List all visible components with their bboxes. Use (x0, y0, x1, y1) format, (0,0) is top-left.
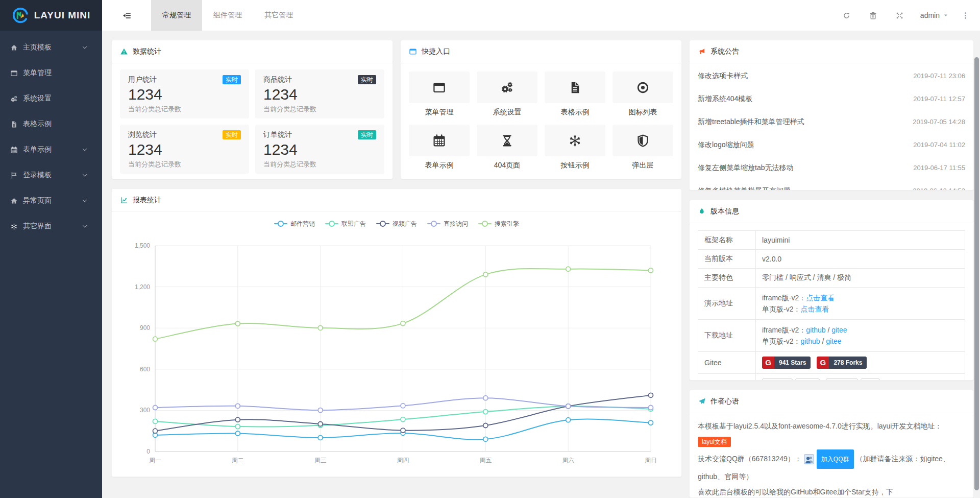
sidebar-item-表单示例[interactable]: 表单示例 (0, 137, 102, 162)
value-line: 单页版-v2：点击查看 (762, 303, 959, 315)
legend-item-邮件营销[interactable]: 邮件营销 (274, 220, 315, 228)
sidebar-item-表格示例[interactable]: 表格示例 (0, 111, 102, 137)
version-table: 框架名称layuimini当前版本v2.0.0主要特色零门槛 / 响应式 / 清… (698, 230, 965, 381)
version-row-label: 下载地址 (698, 319, 756, 351)
version-row-Gitee: GiteeG941 StarsG278 Forks (698, 351, 965, 373)
sidebar-item-异常页面[interactable]: 异常页面 (0, 188, 102, 214)
gitee-badge-278 Forks[interactable]: G278 Forks (817, 357, 867, 369)
legend-item-联盟广告[interactable]: 联盟广告 (325, 220, 366, 228)
stat-card-top: 用户统计实时 (128, 75, 241, 84)
github-Star-count[interactable]: 1,419 (795, 378, 820, 381)
quick-entry-label: 弹出层 (612, 160, 673, 170)
svg-text:周日: 周日 (645, 457, 657, 464)
value-line: iframe版-v2：点击查看 (762, 292, 959, 303)
notice-date: 2019-07-11 23:06 (913, 72, 965, 80)
svg-text:1,200: 1,200 (135, 283, 150, 291)
github-Fork-button[interactable]: Fork (826, 378, 858, 381)
version-table-wrap: 框架名称layuimini当前版本v2.0.0主要特色零门槛 / 响应式 / 清… (690, 223, 973, 381)
collapse-menu-icon[interactable] (102, 0, 151, 31)
sidebar-item-系统设置[interactable]: 系统设置 (0, 86, 102, 111)
gitee-logo: G (762, 357, 774, 369)
join-qq-badge[interactable]: 加入QQ群 (817, 449, 854, 469)
quick-entry-系统设置[interactable]: 系统设置 (477, 72, 537, 116)
legend-item-直接访问[interactable]: 直接访问 (427, 220, 468, 228)
quick-entry-404页面[interactable]: 404页面 (477, 125, 537, 170)
scrollbar-thumb[interactable] (974, 57, 979, 490)
legend-item-搜索引擎[interactable]: 搜索引擎 (478, 220, 519, 228)
notice-date: 2019-07-04 11:02 (913, 141, 965, 149)
stat-value: 1234 (263, 141, 376, 158)
notice-text: 修复左侧菜单缩放tab无法移动 (698, 163, 793, 173)
version-row-value: Star1,419Fork440 (756, 373, 965, 381)
github-Star-button[interactable]: Star (762, 378, 793, 381)
legend-ring (482, 221, 488, 227)
stat-card-top: 浏览统计实时 (128, 130, 241, 139)
link-gitee[interactable]: gitee (826, 337, 841, 345)
sidebar-item-登录模板[interactable]: 登录模板 (0, 162, 102, 188)
link-github[interactable]: github (800, 337, 820, 345)
notice-text: 修改选项卡样式 (698, 72, 748, 81)
stat-caption: 当前分类总记录数 (263, 160, 376, 169)
notice-item[interactable]: 修复多模块菜单栏展开有问题2019-06-13 14:53 (698, 179, 965, 191)
link-gitee[interactable]: gitee (831, 326, 847, 334)
notice-item[interactable]: 修复左侧菜单缩放tab无法移动2019-06-17 11:55 (698, 156, 965, 179)
hourglass-icon (500, 134, 514, 148)
data-statistics-panel: 数据统计 用户统计实时1234当前分类总记录数商品统计实时1234当前分类总记录… (111, 40, 393, 179)
calendar-icon (10, 146, 18, 154)
quick-entry-label: 表格示例 (545, 107, 605, 116)
sidebar-item-label: 其它界面 (23, 222, 82, 231)
notice-item[interactable]: 修改logo缩放问题2019-07-04 11:02 (698, 133, 965, 156)
notice-list: 修改选项卡样式2019-07-11 23:06新增系统404模板2019-07-… (690, 63, 973, 191)
notice-item[interactable]: 修改选项卡样式2019-07-11 23:06 (698, 64, 965, 87)
svg-text:600: 600 (140, 366, 150, 373)
gitee-badge-text: 278 Forks (829, 357, 867, 369)
link-github[interactable]: github (806, 326, 825, 334)
user-menu[interactable]: admin (920, 11, 948, 19)
tab-组件管理[interactable]: 组件管理 (202, 0, 253, 31)
github-Fork-count[interactable]: 440 (861, 378, 880, 381)
version-row-label: Gitee (698, 351, 756, 373)
author-words-panel: 作者心语 本模板基于layui2.5.4以及font-awesome-4.7.0… (689, 390, 974, 498)
system-notice-panel: 系统公告 修改选项卡样式2019-07-11 23:06新增系统404模板201… (689, 40, 974, 191)
sidebar-item-主页模板[interactable]: 主页模板 (0, 35, 102, 60)
svg-text:周四: 周四 (397, 457, 409, 464)
author-words-header: 作者心语 (690, 390, 973, 413)
svg-text:周五: 周五 (479, 457, 492, 464)
quick-entry-菜单管理[interactable]: 菜单管理 (409, 72, 470, 116)
text-segment: / (826, 326, 832, 334)
notice-item[interactable]: 新增treetable插件和菜单管理样式2019-07-05 14:28 (698, 110, 965, 133)
chart-legend: 邮件营销联盟广告视频广告直接访问搜索引擎 (112, 218, 681, 229)
value-line: 单页版-v2：github / gitee (762, 336, 959, 347)
quick-entry-按钮示例[interactable]: 按钮示例 (545, 125, 605, 170)
quick-entry-弹出层[interactable]: 弹出层 (612, 125, 673, 170)
shield-icon (636, 134, 650, 148)
quick-entry-label: 图标列表 (612, 107, 673, 116)
legend-ring (278, 221, 284, 227)
tab-其它管理[interactable]: 其它管理 (253, 0, 304, 31)
top-row: 数据统计 用户统计实时1234当前分类总记录数商品统计实时1234当前分类总记录… (111, 40, 682, 179)
quick-entry-tile (477, 125, 537, 156)
more-options-icon[interactable] (958, 11, 973, 20)
gitee-badge-941 Stars[interactable]: G941 Stars (762, 357, 811, 369)
clear-cache-icon[interactable] (860, 11, 887, 20)
sidebar-item-其它界面[interactable]: 其它界面 (0, 214, 102, 239)
refresh-icon[interactable] (834, 11, 860, 20)
quick-entry-grid: 菜单管理系统设置表格示例图标列表表单示例404页面按钮示例弹出层 (401, 63, 681, 170)
link-点击查看[interactable]: 点击查看 (806, 294, 835, 302)
quick-entry-tile (409, 125, 470, 156)
sidebar-item-菜单管理[interactable]: 菜单管理 (0, 60, 102, 86)
version-row-value: 零门槛 / 响应式 / 清爽 / 极简 (756, 268, 965, 287)
tab-常规管理[interactable]: 常规管理 (151, 0, 202, 31)
notice-item[interactable]: 新增系统404模板2019-07-11 12:57 (698, 87, 965, 110)
layui-doc-badge[interactable]: layui文档 (698, 437, 731, 447)
quick-entry-表格示例[interactable]: 表格示例 (545, 72, 605, 116)
version-info-header: 版本信息 (690, 200, 973, 223)
report-chart-panel: 报表统计 邮件营销联盟广告视频广告直接访问搜索引擎 03006009001,20… (111, 188, 682, 477)
quick-entry-图标列表[interactable]: 图标列表 (612, 72, 673, 116)
topbar-actions: admin (834, 0, 980, 31)
quick-entry-表单示例[interactable]: 表单示例 (409, 125, 470, 170)
legend-item-视频广告[interactable]: 视频广告 (376, 220, 417, 228)
fullscreen-icon[interactable] (887, 11, 913, 20)
link-点击查看[interactable]: 点击查看 (800, 305, 829, 313)
version-row-框架名称: 框架名称layuimini (698, 230, 965, 249)
